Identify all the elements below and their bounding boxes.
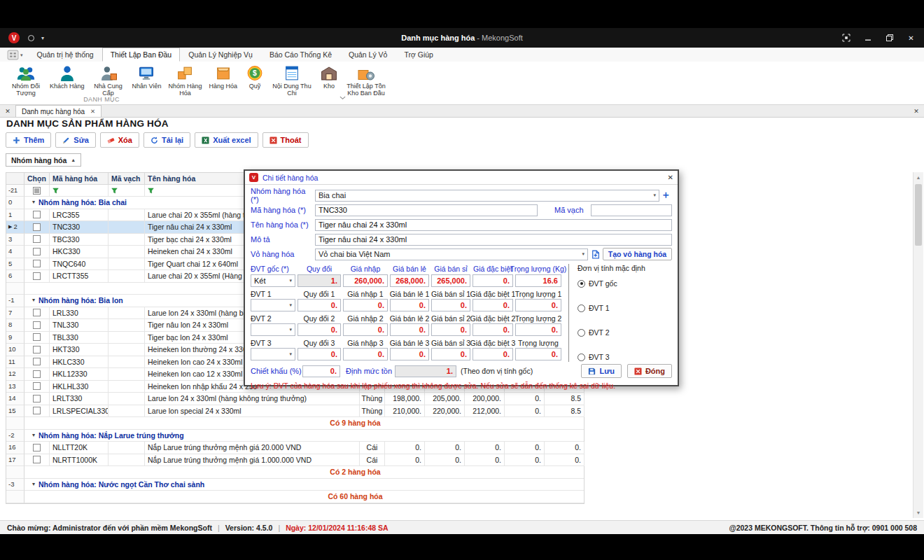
ribbon-item[interactable]: $Quỹ <box>239 63 270 90</box>
add-button[interactable]: Thêm <box>6 132 51 148</box>
reload-button[interactable]: Tải lại <box>144 132 190 148</box>
ribbon-item[interactable]: Nhà Cung Cấp <box>87 63 130 97</box>
ribbon-tab[interactable]: Trợ Giúp <box>396 48 442 62</box>
vertical-scrollbar[interactable]: ▲ ▼ <box>913 172 923 518</box>
group-row[interactable]: -3▾Nhóm hàng hóa: Nước ngọt Cần Thơ chai… <box>6 479 584 491</box>
group-row[interactable]: -2▾Nhóm hàng hóa: Nắp Larue trúng thưởng <box>6 430 584 442</box>
retail-price-input[interactable]: 268,000. <box>390 274 429 287</box>
unit-value-input[interactable]: 0. <box>472 323 513 336</box>
unit-value-input[interactable]: 0. <box>515 323 561 336</box>
edit-button[interactable]: Sửa <box>55 132 95 148</box>
unit-value-input[interactable]: 0. <box>515 299 561 312</box>
weight-input[interactable]: 16.6 <box>515 274 561 287</box>
unit-value-input[interactable]: 0. <box>472 299 513 312</box>
stock-input[interactable]: 1. <box>395 365 456 377</box>
table-row[interactable]: 16NLLTT20KNắp Larue trúng thưởng mệnh gi… <box>6 442 584 454</box>
group-by-dropdown[interactable]: Nhóm hàng hóa ▲ <box>6 153 81 167</box>
column-header[interactable]: Mã vạch <box>108 173 145 185</box>
scroll-down-icon[interactable]: ▼ <box>913 507 923 518</box>
unit-value-input[interactable]: 0. <box>472 348 513 360</box>
collapse-triangle-icon[interactable]: ▾ <box>32 295 35 306</box>
unit-value-input[interactable]: 0. <box>390 299 429 312</box>
barcode-input[interactable] <box>591 204 672 216</box>
unit-value-input[interactable]: 0. <box>343 323 388 336</box>
ribbon-item[interactable]: Kho <box>314 63 344 90</box>
ribbon-item[interactable]: Nhân Viên <box>130 63 164 90</box>
collapse-triangle-icon[interactable]: ▾ <box>32 197 35 208</box>
new-document-icon[interactable] <box>591 250 600 259</box>
chevron-down-icon[interactable]: ▾ <box>41 35 44 41</box>
app-menu-icon[interactable]: ▾ <box>7 50 23 60</box>
row-checkbox[interactable] <box>33 309 41 316</box>
ratio-input[interactable]: 1. <box>298 274 341 287</box>
ribbon-tab[interactable]: Quản Lý Nghiệp Vụ <box>180 48 261 62</box>
discount-input[interactable]: 0. <box>302 365 340 377</box>
row-checkbox[interactable] <box>33 382 41 390</box>
close-all-icon[interactable]: ✕ <box>909 105 924 117</box>
description-input[interactable]: Tiger nâu chai 24 x 330ml <box>315 234 672 246</box>
ribbon-item[interactable]: Nhóm Hàng Hóa <box>163 63 206 97</box>
unit-value-input[interactable]: 0. <box>431 323 470 336</box>
column-header[interactable]: Chọn <box>24 173 50 185</box>
row-checkbox[interactable] <box>33 260 41 267</box>
unit-value-input[interactable]: 0. <box>298 299 341 312</box>
unit-value-input[interactable]: 0. <box>343 299 388 312</box>
row-checkbox[interactable] <box>33 444 41 451</box>
minimize-icon[interactable] <box>863 34 872 43</box>
wholesale-price-input[interactable]: 265,000. <box>431 274 470 287</box>
add-group-button[interactable]: ＋ <box>659 189 672 202</box>
ribbon-tab[interactable]: Thiết Lập Ban Đầu <box>102 48 181 62</box>
unit-value-input[interactable]: 0. <box>390 323 429 336</box>
save-button[interactable]: Lưu <box>581 364 621 378</box>
ribbon-item[interactable]: Hàng Hóa <box>206 63 239 90</box>
product-group-select[interactable]: Bia chai▾ <box>315 190 659 202</box>
row-checkbox[interactable] <box>33 395 41 402</box>
default-unit-radio[interactable]: ĐVT 1 <box>578 304 610 312</box>
fit-screen-icon[interactable] <box>841 34 850 43</box>
exit-button[interactable]: Thoát <box>262 132 309 148</box>
unit-value-input[interactable]: 0. <box>431 299 470 312</box>
tab-danh-muc-hang-hoa[interactable]: Danh mục hàng hóa ✕ <box>15 105 102 117</box>
special-price-input[interactable]: 0. <box>472 274 513 287</box>
ribbon-item[interactable]: Khách Hàng <box>48 63 87 90</box>
row-checkbox[interactable] <box>33 321 41 329</box>
row-checkbox[interactable] <box>33 223 41 231</box>
filter-cell[interactable] <box>24 185 50 197</box>
ribbon-item[interactable]: Nhóm Đối Tượng <box>4 63 48 97</box>
unit-select[interactable]: ▾ <box>251 323 295 336</box>
create-shell-button[interactable]: Tạo vỏ hàng hóa <box>603 248 672 260</box>
row-checkbox[interactable] <box>33 407 41 414</box>
unit-value-input[interactable]: 0. <box>298 323 341 336</box>
scroll-up-icon[interactable]: ▲ <box>913 172 923 183</box>
filter-cell[interactable] <box>108 185 145 197</box>
product-name-input[interactable]: Tiger nâu chai 24 x 330ml <box>315 219 672 231</box>
shell-select[interactable]: Vỏ chai bia Việt Nam▾ <box>315 248 588 260</box>
quick-access-icon[interactable] <box>28 35 34 41</box>
unit-value-input[interactable]: 0. <box>390 348 429 360</box>
row-checkbox[interactable] <box>33 211 41 218</box>
row-checkbox[interactable] <box>33 248 41 255</box>
ribbon-tab[interactable]: Quản trị hệ thống <box>29 48 102 62</box>
unit-value-input[interactable]: 0. <box>431 348 470 360</box>
ribbon-tab[interactable]: Quản Lý Vỏ <box>340 48 396 62</box>
row-checkbox[interactable] <box>33 333 41 341</box>
scrollbar-thumb[interactable] <box>915 184 922 246</box>
row-checkbox[interactable] <box>33 346 41 354</box>
row-checkbox[interactable] <box>33 272 41 280</box>
table-row[interactable]: 14LRLT330Larue lon 24 x 330ml (hàng khôn… <box>6 393 584 405</box>
cost-input[interactable]: 260,000. <box>343 274 388 287</box>
dialog-close-icon[interactable]: ✕ <box>668 174 673 181</box>
unit-select[interactable]: ▾ <box>251 299 295 312</box>
ribbon-collapse-icon[interactable] <box>337 94 347 102</box>
default-unit-radio[interactable]: ĐVT 3 <box>578 353 610 361</box>
default-unit-radio[interactable]: ĐVT gốc <box>578 279 617 288</box>
unit-value-input[interactable]: 0. <box>343 348 388 360</box>
row-checkbox[interactable] <box>33 358 41 365</box>
ribbon-tab[interactable]: Báo Cáo Thống Kê <box>261 48 340 62</box>
default-unit-radio[interactable]: ĐVT 2 <box>578 328 610 337</box>
collapse-triangle-icon[interactable]: ▾ <box>32 479 35 490</box>
table-row[interactable]: 17NLRTT1000KNắp Larue trúng thưởng mệnh … <box>6 454 584 467</box>
table-row[interactable]: 15LRLSPECIAL330Larue lon special 24 x 33… <box>6 405 584 418</box>
unit-value-input[interactable]: 0. <box>515 348 561 360</box>
close-button[interactable]: Đóng <box>627 364 672 378</box>
